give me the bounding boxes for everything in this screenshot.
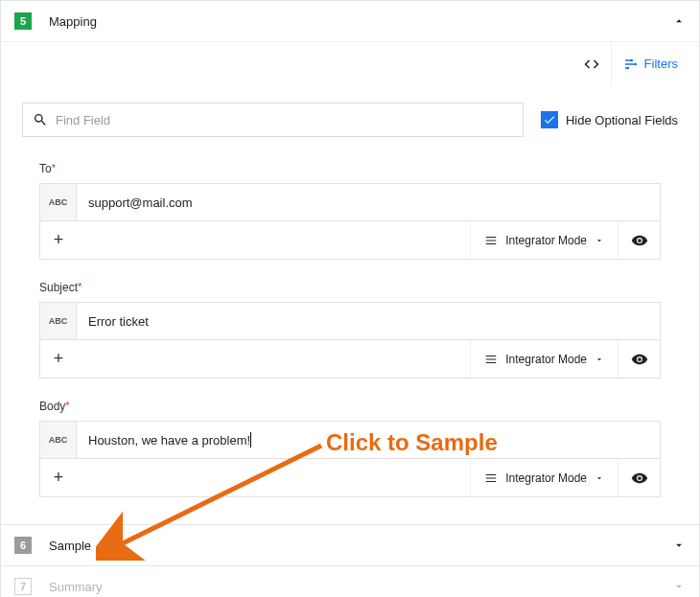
field-value-row[interactable]: ABC Houston, we have a problem! (39, 421, 661, 459)
field-actions-row: + Integrator Mode (39, 221, 661, 260)
filters-label: Filters (644, 57, 678, 71)
mode-selector[interactable]: Integrator Mode (470, 340, 618, 378)
step-mapping-header[interactable]: 5 Mapping (1, 1, 699, 41)
caret-down-icon (595, 473, 604, 483)
field-body: Body* ABC Houston, we have a problem! + … (39, 400, 661, 497)
svg-point-1 (626, 66, 629, 69)
caret-down-icon (595, 355, 604, 364)
eye-icon (631, 351, 648, 368)
code-toggle-button[interactable] (572, 42, 611, 86)
hide-optional-checkbox[interactable] (541, 111, 558, 128)
step-mapping-panel: 5 Mapping Filters (0, 0, 700, 525)
chevron-down-icon (672, 580, 686, 593)
step-summary-header[interactable]: 7 Summary (1, 566, 699, 597)
type-badge: ABC (40, 422, 77, 458)
svg-point-0 (630, 58, 633, 61)
code-icon (583, 56, 600, 73)
sliders-icon (623, 57, 639, 72)
list-icon (484, 471, 498, 485)
find-field-input[interactable] (48, 112, 513, 128)
preview-button[interactable] (618, 221, 660, 259)
chevron-up-icon (672, 14, 686, 28)
list-icon (484, 353, 498, 366)
hide-optional-toggle[interactable]: Hide Optional Fields (541, 111, 678, 128)
add-button[interactable]: + (40, 221, 77, 259)
field-label: To* (39, 162, 661, 175)
field-subject-value[interactable]: Error ticket (77, 303, 660, 339)
add-button[interactable]: + (40, 340, 77, 378)
search-icon (33, 112, 48, 127)
eye-icon (631, 470, 648, 487)
fields-container: To* ABC support@mail.com + Integrator Mo… (1, 162, 699, 524)
hide-optional-label: Hide Optional Fields (566, 113, 678, 127)
list-icon (484, 234, 498, 247)
type-badge: ABC (40, 184, 77, 220)
mapping-toolbar: Filters (1, 41, 699, 85)
field-to: To* ABC support@mail.com + Integrator Mo… (39, 162, 661, 260)
field-subject: Subject* ABC Error ticket + Integrator M… (39, 281, 661, 379)
filters-button[interactable]: Filters (611, 42, 689, 86)
search-row: Hide Optional Fields (1, 85, 699, 162)
step-summary-panel: 7 Summary (0, 566, 700, 597)
mode-selector[interactable]: Integrator Mode (470, 459, 618, 496)
eye-icon (631, 232, 648, 249)
step-number-badge: 5 (14, 12, 32, 30)
field-actions-row: + Integrator Mode (39, 459, 661, 497)
check-icon (543, 113, 556, 126)
step-sample-header[interactable]: 6 Sample (1, 525, 699, 565)
preview-button[interactable] (618, 340, 660, 378)
preview-button[interactable] (618, 459, 660, 496)
caret-down-icon (595, 236, 604, 245)
field-body-value[interactable]: Houston, we have a problem! (77, 422, 660, 458)
field-value-row[interactable]: ABC Error ticket (39, 302, 661, 340)
step-number-badge: 6 (14, 537, 32, 554)
field-value-row[interactable]: ABC support@mail.com (39, 183, 661, 221)
step-sample-title: Sample (49, 539, 672, 553)
step-number-badge: 7 (14, 578, 32, 595)
add-button[interactable]: + (40, 459, 77, 496)
step-mapping-title: Mapping (49, 14, 672, 29)
svg-point-2 (634, 62, 637, 65)
find-field-input-wrap[interactable] (22, 103, 524, 137)
mode-selector[interactable]: Integrator Mode (470, 221, 618, 259)
field-label: Body* (39, 400, 661, 413)
chevron-down-icon (672, 539, 686, 552)
step-sample-panel: 6 Sample (0, 525, 700, 566)
text-cursor (250, 432, 251, 448)
field-to-value[interactable]: support@mail.com (77, 184, 660, 220)
field-actions-row: + Integrator Mode (39, 340, 661, 379)
step-summary-title: Summary (49, 580, 672, 594)
type-badge: ABC (40, 303, 77, 339)
field-label: Subject* (39, 281, 661, 294)
